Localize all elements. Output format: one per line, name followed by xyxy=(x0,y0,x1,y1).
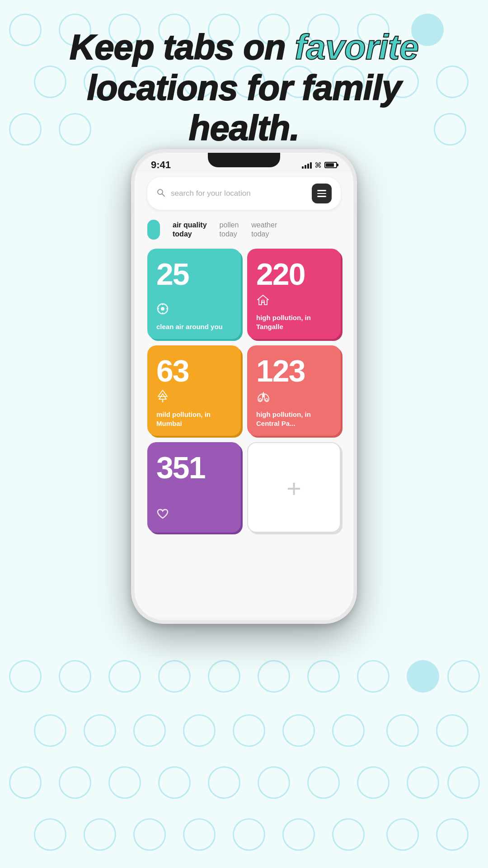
house-icon xyxy=(256,293,332,309)
heart-icon xyxy=(156,508,232,523)
search-placeholder: search for your location xyxy=(171,189,306,198)
tab-pollen-label: pollen xyxy=(220,221,239,229)
svg-rect-8 xyxy=(262,300,264,302)
card-purple-bottom xyxy=(156,508,232,524)
card-mumbai[interactable]: 63 mild pollution, in Mumbai xyxy=(147,345,241,436)
phone-content: search for your location air quality tod… xyxy=(135,173,353,617)
tab-air-quality-label: air quality xyxy=(173,221,207,229)
search-bar[interactable]: search for your location xyxy=(147,177,341,210)
card-clean-air[interactable]: 25 xyxy=(147,249,241,339)
card-purple-number: 351 xyxy=(156,452,232,483)
menu-button[interactable] xyxy=(312,184,332,203)
wifi-icon: ⌘ xyxy=(314,161,322,170)
battery-fill xyxy=(326,163,334,167)
card-tangalle-label: high pollution, in Tangalle xyxy=(256,313,332,331)
card-clean-air-label: clean air around you xyxy=(156,322,232,331)
tab-pollen-label2: today xyxy=(220,230,239,238)
tab-air-quality-label2: today xyxy=(173,230,207,238)
svg-marker-9 xyxy=(158,390,167,396)
headline-line2: locations xyxy=(87,68,237,108)
signal-bar-2 xyxy=(305,165,306,169)
location-icon xyxy=(156,302,232,318)
card-purple[interactable]: 351 xyxy=(147,442,241,533)
card-central-park-label: high pollution, in Central Pa... xyxy=(256,410,332,428)
tab-weather-label: weather xyxy=(251,221,277,229)
headline-accent: favorite xyxy=(295,27,418,67)
tab-air-quality[interactable]: air quality today xyxy=(173,221,207,238)
tab-weather[interactable]: weather today xyxy=(251,221,277,238)
card-central-park-number: 123 xyxy=(256,355,332,386)
signal-bar-1 xyxy=(302,166,304,169)
tab-bar: air quality today pollen today weather t… xyxy=(147,220,341,240)
headline: Keep tabs on favorite locations for fami… xyxy=(0,27,488,149)
card-clean-air-number: 25 xyxy=(156,259,232,289)
card-mumbai-bottom: mild pollution, in Mumbai xyxy=(156,389,232,428)
svg-point-13 xyxy=(266,399,268,401)
card-tangalle[interactable]: 220 high pollution, in Tangalle xyxy=(247,249,341,339)
cards-grid: 25 xyxy=(147,249,341,533)
svg-point-12 xyxy=(259,399,262,401)
phone-screen: 9:41 ⌘ xyxy=(135,153,353,620)
card-central-park-bottom: high pollution, in Central Pa... xyxy=(256,391,332,428)
phone-wrapper: 9:41 ⌘ xyxy=(131,149,357,624)
signal-bar-4 xyxy=(310,162,312,169)
status-time: 9:41 xyxy=(151,159,171,171)
headline-text: Keep tabs on favorite locations for fami… xyxy=(27,27,461,149)
menu-line-3 xyxy=(317,196,326,197)
search-icon xyxy=(156,188,165,199)
svg-line-1 xyxy=(162,193,165,196)
card-central-park[interactable]: 123 high pollu xyxy=(247,345,341,436)
svg-point-3 xyxy=(161,307,164,311)
tab-pollen[interactable]: pollen today xyxy=(220,221,239,238)
tree-icon xyxy=(156,389,232,406)
card-tangalle-number: 220 xyxy=(256,259,332,289)
card-tangalle-bottom: high pollution, in Tangalle xyxy=(256,293,332,331)
tab-air-icon xyxy=(147,220,160,240)
phone-device: 9:41 ⌘ xyxy=(131,149,357,624)
status-icons: ⌘ xyxy=(302,161,337,170)
tab-weather-label2: today xyxy=(251,230,277,238)
card-clean-air-bottom: clean air around you xyxy=(156,302,232,331)
menu-line-2 xyxy=(317,193,326,194)
add-icon: + xyxy=(286,474,301,503)
lungs-icon xyxy=(256,391,332,406)
card-add[interactable]: + xyxy=(247,442,341,533)
signal-bar-3 xyxy=(307,164,309,169)
signal-icon xyxy=(302,161,312,169)
battery-icon xyxy=(324,162,337,168)
card-mumbai-number: 63 xyxy=(156,355,232,386)
card-mumbai-label: mild pollution, in Mumbai xyxy=(156,410,232,428)
phone-notch xyxy=(208,153,280,167)
menu-line-1 xyxy=(317,190,326,191)
